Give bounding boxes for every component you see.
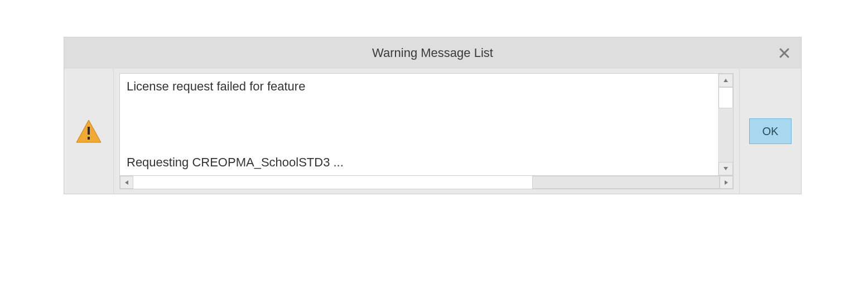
close-icon[interactable] [778, 46, 791, 60]
dialog-body: License request failed for feature Reque… [64, 69, 801, 194]
message-text-area: License request failed for feature Reque… [120, 74, 718, 175]
svg-rect-1 [88, 127, 90, 135]
dialog-titlebar: Warning Message List [64, 37, 801, 69]
horizontal-scroll-thumb[interactable] [532, 176, 720, 189]
message-line-1: License request failed for feature [127, 78, 711, 95]
scroll-right-icon[interactable] [720, 176, 733, 189]
svg-marker-3 [724, 79, 728, 82]
dialog-icon-column [64, 69, 114, 194]
vertical-scroll-track[interactable] [718, 87, 733, 162]
vertical-scrollbar[interactable] [718, 74, 733, 175]
scroll-up-icon[interactable] [718, 74, 733, 87]
button-column: OK [739, 69, 801, 194]
dialog-title: Warning Message List [372, 46, 493, 60]
vertical-scroll-thumb[interactable] [718, 87, 733, 108]
svg-marker-5 [125, 180, 128, 185]
horizontal-scroll-track[interactable] [133, 176, 720, 189]
svg-rect-2 [88, 137, 90, 140]
horizontal-scrollbar[interactable] [119, 176, 734, 189]
ok-button[interactable]: OK [749, 118, 792, 144]
scroll-down-icon[interactable] [718, 162, 733, 175]
warning-icon [75, 119, 102, 144]
svg-marker-4 [724, 167, 728, 170]
message-column: License request failed for feature Reque… [114, 69, 739, 194]
message-frame: License request failed for feature Reque… [119, 73, 734, 176]
message-line-2: Requesting CREOPMA_SchoolSTD3 ... [127, 154, 711, 171]
warning-dialog: Warning Message List License request fai… [64, 37, 802, 194]
scroll-left-icon[interactable] [120, 176, 133, 189]
svg-marker-6 [725, 180, 728, 185]
